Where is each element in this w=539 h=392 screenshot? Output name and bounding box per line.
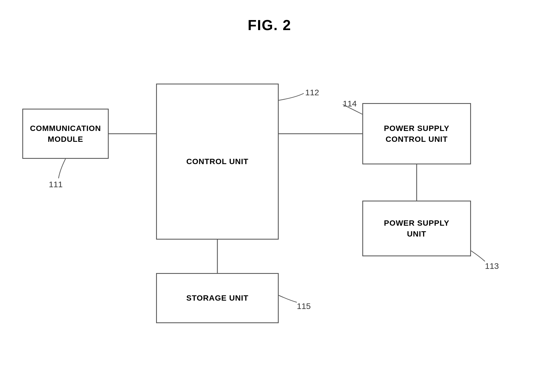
ref-111: 111 [49,180,63,189]
control-unit-box: CONTROL UNIT [156,84,279,240]
power-supply-unit-box: POWER SUPPLY UNIT [362,201,471,256]
power-supply-control-unit-box: POWER SUPPLY CONTROL UNIT [362,103,471,164]
communication-module-box: COMMUNICATION MODULE [22,109,109,159]
ref-115: 115 [297,301,311,311]
psu-label: POWER SUPPLY UNIT [384,218,449,239]
comm-module-label: COMMUNICATION MODULE [30,123,101,145]
control-unit-label: CONTROL UNIT [186,156,248,167]
pscu-label: POWER SUPPLY CONTROL UNIT [384,123,449,145]
storage-unit-label: STORAGE UNIT [186,293,248,303]
ref-114: 114 [343,99,357,108]
page-title: FIG. 2 [0,0,539,33]
ref-112: 112 [305,88,319,97]
ref-113: 113 [485,261,499,271]
storage-unit-box: STORAGE UNIT [156,273,279,323]
diagram-container: COMMUNICATION MODULE CONTROL UNIT POWER … [0,45,539,392]
